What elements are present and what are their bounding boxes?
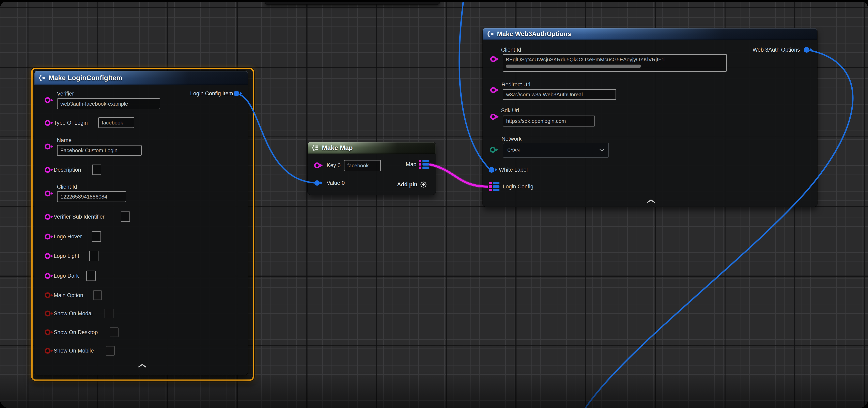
pin-label: Show On Mobile <box>54 348 94 354</box>
node-header[interactable]: Make LoginConfigItem <box>34 71 248 85</box>
client-id-field[interactable]: BEglQSgt4cUWcj6SKRdu5QkOXTsePmMcusG5EAoy… <box>503 54 727 72</box>
name-pin[interactable] <box>44 142 55 150</box>
collapse-node-button[interactable] <box>647 199 655 204</box>
verifier-pin[interactable] <box>44 96 55 104</box>
string-pin-icon <box>490 55 500 63</box>
wire-map-to-login-config[interactable] <box>429 164 488 186</box>
node-header[interactable]: Make Web3AuthOptions <box>483 28 817 40</box>
pin-label: Key 0 <box>327 162 341 169</box>
string-pin-icon <box>44 119 55 127</box>
login-config-pin[interactable] <box>489 182 500 191</box>
string-pin-icon <box>44 213 55 221</box>
map-pin-icon <box>419 160 429 169</box>
pin-label: Sdk Url <box>501 107 519 114</box>
pin-label: Client Id <box>57 184 77 190</box>
blueprint-graph-canvas[interactable]: Make LoginConfigItem Login Config Item V… <box>0 0 868 408</box>
network-pin[interactable] <box>489 146 500 154</box>
logo-hover-pin[interactable] <box>44 233 55 241</box>
client-id-field[interactable]: 1222658941886084 <box>57 191 126 202</box>
logo-dark-field[interactable] <box>86 271 96 281</box>
key0-field[interactable]: facebook <box>344 160 381 171</box>
logo-dark-pin[interactable] <box>44 272 55 280</box>
chevron-up-icon <box>138 364 147 368</box>
node-title: Make Map <box>322 144 353 151</box>
show-on-mobile-checkbox[interactable] <box>106 346 115 355</box>
show-on-modal-pin[interactable] <box>44 309 55 317</box>
pin-label: Show On Modal <box>54 310 93 317</box>
logo-hover-field[interactable] <box>92 231 101 242</box>
main-option-pin[interactable] <box>44 291 55 299</box>
pin-label: Name <box>57 137 71 143</box>
make-struct-icon <box>487 31 494 37</box>
logo-light-field[interactable] <box>89 251 98 261</box>
show-on-desktop-pin[interactable] <box>44 328 55 336</box>
name-field[interactable]: Facebook Custom Login <box>57 145 142 156</box>
redirect-url-pin[interactable] <box>490 86 500 94</box>
make-struct-icon <box>38 74 46 81</box>
output-pin-label: Login Config Item <box>190 91 233 97</box>
bool-pin-icon <box>44 328 55 336</box>
string-pin-icon <box>44 233 55 241</box>
make-map-icon <box>311 144 319 151</box>
string-pin-icon <box>44 252 55 260</box>
pin-label: Logo Dark <box>54 273 79 279</box>
pin-label: Client Id <box>501 47 521 53</box>
pin-label: Verifier Sub Identifier <box>54 214 104 220</box>
string-pin-icon <box>44 96 55 104</box>
verifier-field[interactable]: web3auth-facebook-example <box>57 98 160 109</box>
client-id-pin[interactable] <box>490 55 500 63</box>
white-label-pin[interactable] <box>488 166 498 174</box>
verifier-sub-identifier-pin[interactable] <box>44 213 55 221</box>
string-pin-icon <box>490 86 500 94</box>
bool-pin-icon <box>44 309 55 317</box>
collapse-node-button[interactable] <box>138 364 147 369</box>
redirect-url-field[interactable]: w3a://com.w3a.Web3AuthUnreal <box>503 89 616 100</box>
pin-label: White Label <box>499 167 528 173</box>
node-make-map[interactable]: Make Map Key 0 facebook Map Value 0 Add … <box>308 142 436 195</box>
description-field[interactable] <box>92 165 101 175</box>
show-on-modal-checkbox[interactable] <box>104 309 114 318</box>
string-pin-icon <box>44 272 55 280</box>
description-pin[interactable] <box>44 166 55 174</box>
node-header[interactable]: Make Map <box>308 142 436 154</box>
add-pin-button[interactable]: Add pin <box>397 181 427 188</box>
pin-label: Login Config <box>503 183 533 190</box>
pin-label: Network <box>501 136 522 142</box>
client-id-pin[interactable] <box>44 190 55 198</box>
show-on-mobile-pin[interactable] <box>44 347 55 355</box>
node-title: Make LoginConfigItem <box>49 74 122 82</box>
pin-label: Logo Hover <box>54 234 82 240</box>
node-make-login-config-item[interactable]: Make LoginConfigItem Login Config Item V… <box>34 71 248 375</box>
node-make-web3auth-options[interactable]: Make Web3AuthOptions Client Id BEglQSgt4… <box>483 28 817 207</box>
string-pin-icon <box>44 190 55 198</box>
pin-label: Type Of Login <box>54 120 88 126</box>
pin-label: Verifier <box>57 91 74 97</box>
output-pin-label: Web 3Auth Options <box>752 47 800 53</box>
network-dropdown[interactable]: CYAN <box>503 143 609 158</box>
pin-label: Value 0 <box>327 180 345 186</box>
type-of-login-field[interactable]: facebook <box>98 117 134 128</box>
logo-light-pin[interactable] <box>44 252 55 260</box>
string-pin-icon <box>313 161 324 169</box>
node-title: Make Web3AuthOptions <box>497 30 571 38</box>
key0-pin[interactable] <box>313 161 324 169</box>
sdk-url-pin[interactable] <box>490 113 500 121</box>
pin-label: Description <box>54 167 81 173</box>
add-pin-label: Add pin <box>397 181 417 188</box>
network-dropdown-value: CYAN <box>507 147 520 153</box>
sdk-url-field[interactable]: https://sdk.openlogin.com <box>503 115 595 127</box>
output-pin-label: Map <box>406 161 416 168</box>
show-on-desktop-checkbox[interactable] <box>110 328 119 337</box>
verifier-sub-identifier-field[interactable] <box>121 211 130 222</box>
object-pin-icon <box>488 166 498 174</box>
type-of-login-pin[interactable] <box>44 119 55 127</box>
chevron-up-icon <box>647 199 655 203</box>
map-pin-icon <box>489 182 500 191</box>
map-output-pin[interactable] <box>419 160 429 169</box>
window-top-edge <box>0 0 868 2</box>
field-horizontal-scrollbar[interactable] <box>506 65 641 68</box>
pin-label: Show On Desktop <box>54 329 98 336</box>
pin-label: Redirect Url <box>501 81 530 88</box>
bool-pin-icon <box>44 347 55 355</box>
main-option-checkbox[interactable] <box>93 291 102 300</box>
